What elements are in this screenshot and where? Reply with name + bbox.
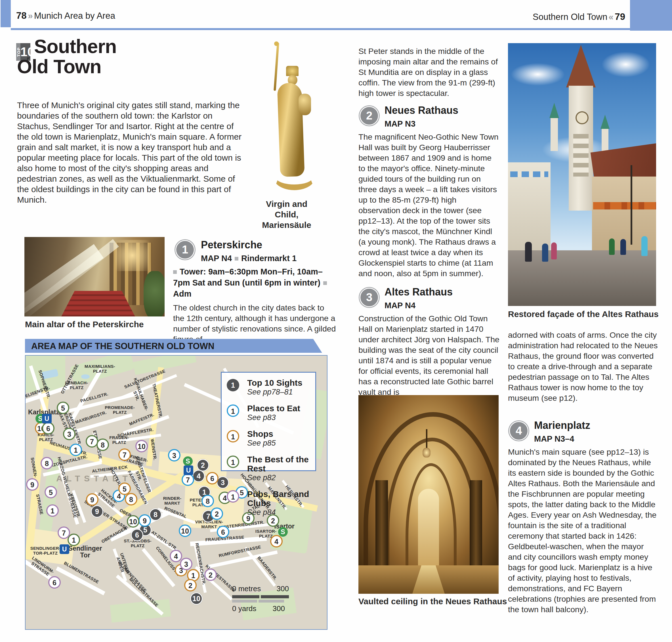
ubahn-icon: U	[184, 465, 193, 475]
sight-1-body: The oldest church in the city dates back…	[173, 303, 337, 345]
statue-sceptre	[274, 42, 279, 91]
photo-person	[641, 236, 648, 256]
peterskirche-caption: Main altar of the Peterskirche	[25, 320, 144, 329]
sight-3-body: Construction of the Gothic Old Town Hall…	[359, 313, 500, 397]
map-marker-eat: 6	[217, 526, 229, 538]
map-marker-shop: 4	[270, 535, 283, 548]
page-number-left: 78	[16, 10, 27, 21]
legend-marker-icon: 1	[227, 379, 239, 391]
photo-person	[551, 242, 557, 259]
legend-item-rest: 1The Best of the RestSee p82	[227, 455, 315, 482]
map-marker-pub: 8	[41, 457, 53, 470]
map-marker-rest: 5	[57, 402, 69, 414]
sight-1-name: Peterskirche	[201, 239, 262, 251]
chevron-left-icon: «	[609, 12, 613, 22]
map-marker-shop: 2	[184, 579, 197, 591]
legend-item-pub: 1Pubs, Bars and ClubsSee p84	[227, 490, 315, 517]
map-marker-top10: 8	[149, 508, 162, 521]
map-legend: 1Top 10 SightsSee pp78–811Places to EatS…	[221, 372, 316, 471]
photo-person	[609, 239, 615, 255]
photo-corridor-glow	[418, 489, 439, 571]
legend-marker-icon: 1	[227, 405, 239, 417]
scale-bar-metres	[261, 595, 289, 598]
photo-side-turret	[551, 117, 558, 151]
map-marker-shop: 6	[206, 472, 219, 485]
sight-3-name: Altes Rathaus	[385, 286, 453, 298]
guidebook-spread: 78 » Munich Area by Area Southern Old To…	[0, 0, 672, 642]
sight-4-number: 4	[509, 421, 528, 440]
legend-item-eat: 1Places to EatSee p83	[227, 404, 315, 422]
legend-see-ref: See p85	[247, 438, 315, 448]
page-title: Southern Old Town	[34, 36, 116, 77]
photo-tower-windows	[573, 134, 589, 177]
legend-see-ref: See p82	[247, 473, 315, 482]
map-marker-shop: 8	[125, 493, 137, 505]
photo-person	[525, 242, 532, 262]
map-marker-eat: 2	[210, 508, 223, 520]
sight-1-adm: Adm	[173, 289, 191, 298]
legend-marker-icon: 1	[227, 490, 239, 503]
page-title-line1: Southern	[34, 36, 116, 56]
altes-continuation: adorned with coats of arms. Once the cit…	[508, 330, 658, 403]
photo-side-turret-tip	[550, 103, 559, 118]
section-title-left: Munich Area by Area	[34, 11, 115, 21]
sight-1-number: 1	[176, 240, 195, 259]
sbahn-icon: S	[183, 457, 193, 466]
peterskirche-photo	[24, 237, 165, 317]
bullet-square-icon	[323, 281, 327, 285]
statue-child	[299, 94, 311, 115]
ubahn-icon: U	[42, 414, 52, 423]
legend-see-ref: See p83	[247, 413, 315, 422]
sight-1-mapref: MAP N4Rindermarkt 1	[201, 254, 297, 263]
neues-rathaus-photo	[359, 395, 499, 594]
scale-bar-metres	[232, 595, 259, 598]
sight-1-hours: Tower: 9am–6:30pm Mon–Fri, 10am–7pm Sat …	[173, 266, 337, 299]
photo-lantern	[426, 429, 427, 449]
bullet-square-icon	[235, 257, 238, 260]
map-marker-shop: 9	[86, 493, 99, 506]
photo-tower-spire	[566, 45, 596, 87]
map-header-bar: AREA MAP OF THE SOUTHERN OLD TOWN	[25, 339, 322, 353]
page-number-right: 79	[615, 11, 625, 22]
sight-2-body: The magnificent Neo-Gothic New Town Hall…	[359, 132, 500, 279]
legend-label: Shops	[247, 429, 315, 438]
map-marker-top10: 4	[192, 470, 205, 482]
header-rule	[11, 28, 630, 30]
photo-person	[542, 244, 548, 262]
legend-label: Pubs, Bars and Clubs	[247, 490, 315, 508]
map-header-title: AREA MAP OF THE SOUTHERN OLD TOWN	[31, 341, 214, 351]
area-map: ALTSTADT SOPHIENSTR.OTTOSTRASSEELISENSTR…	[25, 355, 327, 630]
statue-crown	[286, 66, 299, 76]
map-marker-eat: 8	[202, 495, 214, 507]
section-title-right: Southern Old Town	[533, 12, 607, 22]
legend-label: Top 10 Sights	[247, 378, 315, 387]
altes-rathaus-photo	[508, 43, 656, 306]
map-marker-pub: 1	[46, 504, 59, 517]
scale-yards-label: 0 yards	[232, 604, 256, 613]
sight-2-name: Neues Rathaus	[385, 104, 458, 116]
map-marker-shop: 7	[118, 448, 131, 461]
corner-tab-left	[1, 0, 11, 27]
header-right: Southern Old Town « 79	[533, 11, 625, 22]
sight-2-number: 2	[360, 106, 379, 126]
map-marker-pub: 10	[135, 440, 148, 452]
map-marker-eat: 10	[179, 525, 191, 537]
photo-tower-clock	[576, 111, 589, 124]
legend-see-ref: See pp78–81	[247, 387, 315, 397]
altes-photo-caption: Restored façade of the Altes Rathaus	[508, 309, 659, 319]
legend-label: The Best of the Rest	[247, 455, 315, 473]
sight-4-name: Marienplatz	[534, 420, 590, 432]
photo-awnings	[593, 202, 656, 209]
scale-metres-label: 0 metres	[232, 585, 261, 593]
legend-item-shop: 1ShopsSee p85	[227, 429, 315, 448]
ubahn-icon: U	[60, 544, 69, 554]
map-marker-pub: 9	[26, 478, 39, 491]
map-marker-rest: 8	[96, 438, 109, 451]
sbahn-icon: S	[278, 527, 288, 537]
statue-crescent	[274, 165, 315, 190]
map-marker-pub: 4	[170, 550, 182, 562]
map-marker-eat: 1	[69, 444, 82, 456]
map-marker-pub: 5	[44, 486, 57, 498]
map-marker-rest: 10	[127, 515, 139, 528]
photo-greenery	[144, 271, 165, 317]
